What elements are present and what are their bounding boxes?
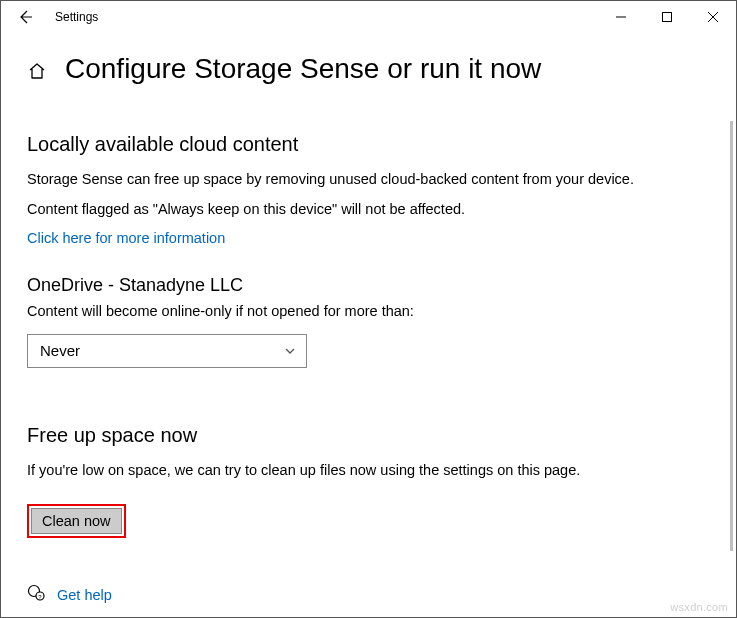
- help-row: ? Get help: [27, 584, 710, 606]
- window-title: Settings: [55, 10, 98, 24]
- clean-now-highlight: Clean now: [27, 504, 126, 538]
- page-header: Configure Storage Sense or run it now: [1, 33, 736, 85]
- freeup-section-heading: Free up space now: [27, 424, 710, 447]
- more-info-link[interactable]: Click here for more information: [27, 230, 225, 246]
- minimize-button[interactable]: [598, 1, 644, 33]
- svg-rect-1: [663, 13, 672, 22]
- clean-now-button[interactable]: Clean now: [31, 508, 122, 534]
- maximize-button[interactable]: [644, 1, 690, 33]
- scrollbar[interactable]: [730, 121, 733, 551]
- close-icon: [708, 12, 718, 22]
- chevron-down-icon: [284, 345, 296, 357]
- onedrive-period-dropdown[interactable]: Never: [27, 334, 307, 368]
- home-icon[interactable]: [27, 61, 47, 85]
- cloud-section-heading: Locally available cloud content: [27, 133, 710, 156]
- minimize-icon: [616, 12, 626, 22]
- watermark: wsxdn.com: [670, 601, 728, 613]
- page-title: Configure Storage Sense or run it now: [65, 53, 541, 85]
- freeup-desc: If you're low on space, we can try to cl…: [27, 461, 710, 481]
- content-area: Locally available cloud content Storage …: [1, 133, 736, 606]
- dropdown-value: Never: [40, 342, 80, 359]
- titlebar: Settings: [1, 1, 736, 33]
- arrow-left-icon: [17, 9, 33, 25]
- maximize-icon: [662, 12, 672, 22]
- window-controls: [598, 1, 736, 33]
- help-icon: ?: [27, 584, 45, 606]
- onedrive-heading: OneDrive - Stanadyne LLC: [27, 275, 710, 296]
- cloud-desc-2: Content flagged as "Always keep on this …: [27, 200, 710, 220]
- onedrive-desc: Content will become online-only if not o…: [27, 302, 710, 322]
- back-button[interactable]: [9, 1, 41, 33]
- cloud-desc-1: Storage Sense can free up space by remov…: [27, 170, 710, 190]
- close-button[interactable]: [690, 1, 736, 33]
- get-help-link[interactable]: Get help: [57, 587, 112, 603]
